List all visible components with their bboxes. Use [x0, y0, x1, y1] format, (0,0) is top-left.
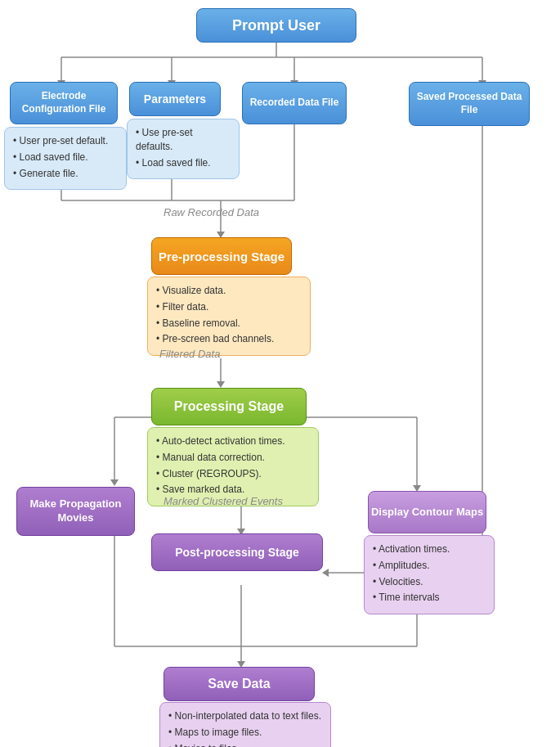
svg-marker-19 [217, 381, 225, 388]
display-contour-detail-item: Velocities. [373, 575, 486, 589]
processing-detail-list: Auto-detect activation times. Manual dat… [156, 434, 310, 497]
save-data-detail-item: Maps to image files. [168, 726, 322, 740]
svg-marker-22 [110, 479, 119, 486]
preprocessing-detail-list: Visualize data. Filter data. Baseline re… [156, 284, 302, 346]
processing-detail-item: Auto-detect activation times. [156, 434, 310, 448]
prompt-user-box: Prompt User [196, 8, 356, 43]
diagram: Prompt User Electrode Configuration File… [0, 0, 560, 25]
electrode-detail: User pre-set default. Load saved file. G… [4, 127, 127, 190]
processing-box: Processing Stage [151, 388, 307, 425]
preprocessing-detail: Visualize data. Filter data. Baseline re… [147, 277, 311, 356]
parameters-detail-item: Load saved file. [136, 156, 231, 170]
recorded-data-box: Recorded Data File [242, 82, 347, 124]
save-data-detail-item: Movies to files. [168, 742, 322, 747]
raw-recorded-label: Raw Recorded Data [164, 206, 259, 218]
display-contour-detail-item: Time intervals [373, 591, 486, 605]
preprocessing-detail-item: Visualize data. [156, 284, 302, 298]
processing-detail-item: Manual data correction. [156, 451, 310, 465]
make-movies-box: Make Propagation Movies [16, 487, 135, 536]
preprocessing-detail-item: Baseline removal. [156, 317, 302, 331]
save-data-box: Save Data [164, 667, 315, 701]
parameters-box: Parameters [129, 82, 221, 116]
display-contour-detail-item: Amplitudes. [373, 559, 486, 573]
filtered-data-label: Filtered Data [159, 348, 220, 360]
parameters-detail-item: Use pre-set defaults. [136, 126, 231, 154]
svg-marker-32 [322, 569, 329, 577]
display-contour-detail-list: Activation times. Amplitudes. Velocities… [373, 542, 486, 605]
postprocessing-box: Post-processing Stage [151, 533, 323, 571]
electrode-config-box: Electrode Configuration File [10, 82, 118, 124]
display-contour-detail: Activation times. Amplitudes. Velocities… [364, 535, 495, 614]
parameters-detail: Use pre-set defaults. Load saved file. [127, 119, 240, 179]
processing-detail-item: Cluster (REGROUPS). [156, 467, 310, 481]
save-data-detail-item: Non-interpolated data to text files. [168, 709, 322, 723]
display-contour-detail-item: Activation times. [373, 542, 486, 556]
preprocessing-detail-item: Filter data. [156, 300, 302, 314]
saved-processed-box: Saved Processed Data File [409, 82, 530, 126]
parameters-detail-list: Use pre-set defaults. Load saved file. [136, 126, 231, 169]
display-contour-box: Display Contour Maps [368, 491, 486, 533]
marked-clustered-label: Marked Clustered Events [164, 495, 283, 507]
electrode-detail-item: Generate file. [13, 167, 118, 181]
electrode-detail-item: User pre-set default. [13, 134, 118, 148]
electrode-detail-list: User pre-set default. Load saved file. G… [13, 134, 118, 180]
electrode-detail-item: Load saved file. [13, 151, 118, 164]
preprocessing-detail-item: Pre-screen bad channels. [156, 332, 302, 346]
save-data-detail-list: Non-interpolated data to text files. Map… [168, 709, 322, 747]
preprocessing-box: Pre-processing Stage [151, 237, 292, 275]
save-data-detail: Non-interpolated data to text files. Map… [159, 702, 331, 747]
